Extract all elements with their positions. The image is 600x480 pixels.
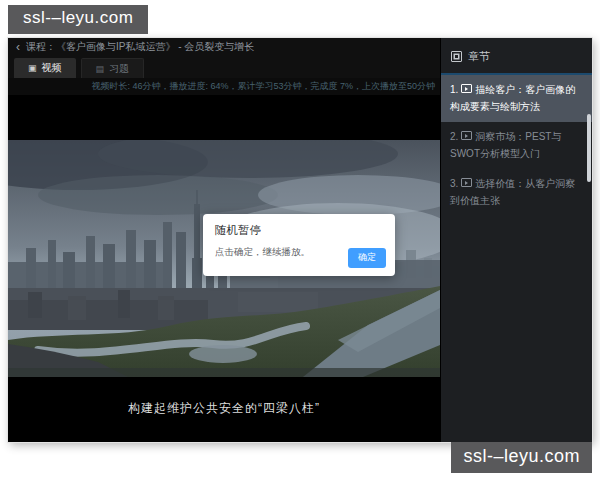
- tab-video-label: 视频: [42, 61, 62, 75]
- player-column: ‹ 课程：《客户画像与IP私域运营》 - 会员裂变与增长 ▣ 视频 ▤ 习题 视…: [8, 38, 440, 442]
- chapter-video-icon: [461, 131, 472, 140]
- video-subtitle: 构建起维护公共安全的“四梁八柱”: [8, 400, 440, 417]
- dialog-title: 随机暂停: [203, 214, 395, 238]
- chapter-video-icon: [461, 84, 472, 93]
- tab-exercises-label: 习题: [109, 62, 129, 76]
- chapter-panel-header: 章节: [441, 38, 592, 73]
- chapter-panel: 章节 1.描绘客户：客户画像的构成要素与绘制方法 2.洞察市场：PEST与SWO…: [440, 38, 592, 442]
- pause-dialog: 随机暂停 点击确定，继续播放。 确定: [203, 214, 395, 276]
- chapters-icon: [451, 51, 462, 62]
- chapter-video-icon: [461, 178, 472, 187]
- video-tab-icon: ▣: [28, 63, 37, 73]
- confirm-button[interactable]: 确定: [348, 248, 386, 268]
- chapter-number: 3.: [450, 178, 458, 189]
- chapter-panel-title: 章节: [468, 49, 490, 64]
- video-player[interactable]: 构建起维护公共安全的“四梁八柱” 随机暂停 点击确定，继续播放。 确定: [8, 95, 440, 442]
- course-title: 课程：《客户画像与IP私域运营》 - 会员裂变与增长: [26, 40, 254, 54]
- chapter-item-2[interactable]: 2.洞察市场：PEST与SWOT分析模型入门: [441, 122, 592, 169]
- exercise-tab-icon: ▤: [96, 64, 105, 74]
- back-icon[interactable]: ‹: [16, 41, 20, 53]
- chapter-item-3[interactable]: 3.选择价值：从客户洞察到价值主张: [441, 169, 592, 216]
- tab-video[interactable]: ▣ 视频: [14, 58, 76, 78]
- chapter-number: 1.: [450, 84, 458, 95]
- playback-stats: 视频时长: 46分钟，播放进度: 64%，累计学习53分钟，完成度 7%，上次播…: [8, 78, 440, 95]
- breadcrumb: ‹ 课程：《客户画像与IP私域运营》 - 会员裂变与增长: [8, 38, 440, 56]
- tab-exercises[interactable]: ▤ 习题: [81, 58, 145, 78]
- watermark-badge-bottom-right: ssl-–leyu.com: [451, 442, 592, 473]
- tab-bar: ▣ 视频 ▤ 习题: [8, 56, 440, 78]
- watermark-badge-top-left: ssl-–leyu.com: [8, 5, 148, 34]
- chapter-item-1[interactable]: 1.描绘客户：客户画像的构成要素与绘制方法: [441, 75, 592, 122]
- scrollbar-thumb[interactable]: [587, 114, 591, 182]
- chapter-number: 2.: [450, 131, 458, 142]
- course-player-window: ‹ 课程：《客户画像与IP私域运营》 - 会员裂变与增长 ▣ 视频 ▤ 习题 视…: [8, 38, 592, 442]
